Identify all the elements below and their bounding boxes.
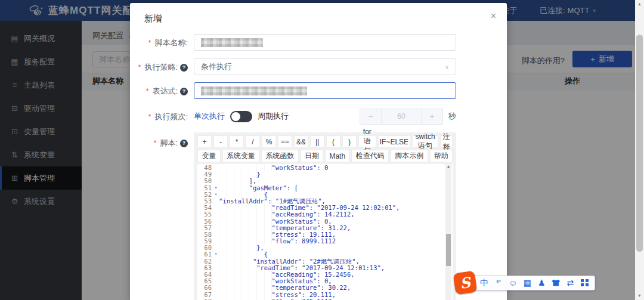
fold-arrow-icon[interactable] [213, 271, 219, 278]
ime-skin-icon[interactable] [552, 280, 560, 286]
fold-arrow-icon[interactable] [213, 198, 219, 205]
strategy-label: * 执行策略: ? [130, 62, 188, 73]
help-tip-icon[interactable]: ? [180, 140, 188, 147]
script-tool-button[interactable]: 变量 [197, 150, 221, 162]
script-tool-button[interactable]: for语句 [358, 135, 376, 148]
script-tool-button[interactable]: % [262, 135, 276, 148]
line-number: 56 [197, 218, 213, 225]
line-number: 66 [197, 284, 213, 291]
code-line[interactable]: 56 "workStatus": 0, [197, 218, 445, 225]
script-name-label: * 脚本名称: [130, 38, 188, 48]
ime-punctuation-icon[interactable]: °’ [494, 280, 503, 286]
chevron-down-icon: ∨ [445, 64, 449, 70]
expression-field[interactable] [194, 82, 456, 99]
frequency-row: 单次执行 周期执行 − 60 + 秒 [194, 108, 456, 125]
editor-toolbar-row1: +-*/%==&&||()for语句IF~ELSEswitch 语句注释 [197, 135, 453, 148]
line-number: 50 [197, 178, 213, 184]
script-tool-button[interactable]: ) [342, 135, 357, 148]
fold-arrow-icon[interactable] [213, 185, 219, 191]
interval-stepper: − 60 + [360, 109, 443, 125]
editor-scrollbar[interactable]: ▲ [445, 164, 451, 300]
script-tool-button[interactable]: 检查代码 [351, 150, 389, 162]
fold-arrow-icon[interactable] [213, 245, 219, 251]
frequency-toggle[interactable] [230, 111, 252, 122]
code-text: "temperature": 30.22, [219, 284, 351, 291]
editor-scrollbar-thumb[interactable] [446, 234, 451, 266]
ime-handwriting-icon[interactable]: ♟ [537, 279, 546, 287]
fold-arrow-icon[interactable] [213, 205, 219, 211]
fold-arrow-icon[interactable] [213, 191, 219, 198]
fold-arrow-icon[interactable] [213, 211, 219, 218]
code-lines: 48 "workStatus": 0 49 } [197, 165, 445, 300]
fold-arrow-icon[interactable] [213, 178, 219, 184]
dialog-title: 新增 [144, 13, 162, 24]
code-line[interactable]: 66 "temperature": 30.22, [197, 284, 445, 291]
add-script-dialog: 新增 × * 脚本名称: * 执行策略: ? 条件执行 ∨ * 表达式: ? [130, 3, 507, 300]
frequency-label: * 执行频次: [130, 112, 188, 122]
script-tool-button[interactable]: IF~ELSE [378, 135, 410, 148]
script-tool-button[interactable]: + [197, 135, 212, 148]
ime-emoji-icon[interactable]: ☺ [509, 279, 517, 287]
line-number: 55 [197, 211, 213, 218]
fold-arrow-icon[interactable] [213, 238, 219, 245]
script-tool-button[interactable]: - [213, 135, 228, 148]
scroll-down-icon[interactable]: ▼ [635, 292, 644, 300]
script-tool-button[interactable]: 脚本示例 [391, 150, 428, 162]
ime-chinese-mode-icon[interactable]: 中 [480, 279, 488, 287]
strategy-select[interactable]: 条件执行 ∨ [194, 58, 456, 75]
code-line[interactable]: 55 "accReading": 14.2112, [197, 211, 445, 218]
single-run-option[interactable]: 单次执行 [194, 111, 225, 122]
script-tool-button[interactable]: 日期 [301, 150, 324, 162]
editor-scroll-up-icon[interactable]: ▲ [445, 165, 451, 168]
fold-arrow-icon[interactable] [213, 218, 219, 225]
script-tool-button[interactable]: 系统函数 [261, 150, 299, 162]
sogou-logo-icon[interactable]: S [453, 271, 478, 295]
script-tool-button[interactable]: switch 语句 [412, 135, 438, 148]
redacted-script-name [201, 38, 263, 47]
code-line[interactable]: 50 ], [197, 178, 445, 184]
script-editor-panel: +-*/%==&&||()for语句IF~ELSEswitch 语句注释 变量系… [194, 132, 456, 300]
script-tool-button[interactable]: Math [325, 150, 349, 162]
script-tool-button[interactable]: 帮助 [430, 150, 453, 162]
script-name-field[interactable] [194, 34, 456, 51]
fold-arrow-icon[interactable] [213, 278, 219, 284]
page-scrollbar-thumb[interactable] [636, 35, 643, 252]
help-tip-icon[interactable]: ? [180, 88, 188, 95]
close-icon[interactable]: × [491, 11, 496, 21]
line-number: 61 [197, 251, 213, 258]
fold-arrow-icon[interactable] [213, 225, 219, 231]
code-editor[interactable]: 48 "workStatus": 0 49 } [197, 164, 453, 300]
fold-arrow-icon[interactable] [213, 258, 219, 265]
increase-button[interactable]: + [421, 109, 442, 124]
scroll-up-icon[interactable]: ▲ [635, 0, 644, 8]
help-tip-icon[interactable]: ? [180, 64, 188, 72]
cycle-run-option[interactable]: 周期执行 [258, 111, 289, 122]
strategy-value: 条件执行 [201, 61, 232, 72]
script-tool-button[interactable]: * [230, 135, 244, 148]
fold-arrow-icon[interactable] [213, 284, 219, 291]
script-tool-button[interactable]: && [294, 135, 308, 148]
fold-arrow-icon[interactable] [213, 165, 219, 171]
ime-keyboard-icon[interactable]: ▦ [523, 279, 531, 287]
interval-unit: 秒 [448, 111, 456, 122]
code-text: "accReading": 14.2112, [219, 211, 355, 218]
fold-arrow-icon[interactable] [213, 171, 219, 178]
ime-toolbar: S 中 °’ ☺ ▦ ♟ ⇄ [454, 272, 595, 293]
fold-arrow-icon[interactable] [213, 231, 219, 238]
script-tool-button[interactable]: == [278, 135, 292, 148]
script-tool-button[interactable]: || [310, 135, 324, 148]
script-tool-button[interactable]: 系统变量 [222, 150, 260, 162]
code-text: "workStatus": 0, [219, 218, 332, 225]
interval-value[interactable]: 60 [382, 109, 421, 124]
fold-arrow-icon[interactable] [213, 265, 219, 271]
fold-arrow-icon[interactable] [213, 251, 219, 258]
script-tool-button[interactable]: / [246, 135, 260, 148]
ime-translate-icon[interactable]: ⇄ [566, 279, 574, 287]
code-line[interactable]: 61 { [197, 251, 445, 258]
page-scrollbar[interactable]: ▲ ▼ [635, 0, 644, 300]
decrease-button[interactable]: − [360, 109, 382, 124]
fold-arrow-icon[interactable] [213, 292, 219, 298]
script-tool-button[interactable]: ( [326, 135, 340, 148]
script-tool-button[interactable]: 注释 [440, 135, 453, 148]
editor-toolbar-row2: 变量系统变量系统函数日期Math检查代码脚本示例帮助 [197, 150, 453, 162]
